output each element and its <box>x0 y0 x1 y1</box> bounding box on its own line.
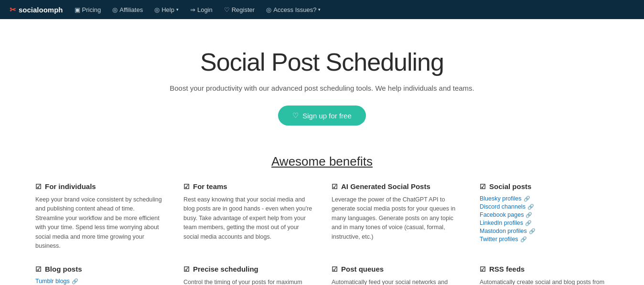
bluesky-label: Bluesky profiles <box>480 195 522 202</box>
benefit-individuals: ☑ For individuals Keep your brand voice … <box>35 182 164 251</box>
benefit-ai-posts: ☑ AI Generated Social Posts Leverage the… <box>332 182 461 251</box>
link-mastodon[interactable]: Mastodon profiles 🔗 <box>480 228 609 234</box>
logo[interactable]: ✂ socialoomph <box>10 5 63 14</box>
link-tumblr[interactable]: Tumblr blogs 🔗 <box>35 278 164 285</box>
register-icon: ♡ <box>224 6 230 13</box>
benefit-rss-text: Automatically create social and blog pos… <box>480 278 609 285</box>
nav-register[interactable]: ♡ Register <box>219 0 259 19</box>
benefit-precise-scheduling: ☑ Precise scheduling Control the timing … <box>183 265 312 285</box>
benefit-precise-label: Precise scheduling <box>193 265 258 273</box>
help-dropdown-icon: ▾ <box>176 7 179 12</box>
link-bluesky[interactable]: Bluesky profiles 🔗 <box>480 195 609 202</box>
signup-label: Sign up for free <box>302 112 352 120</box>
mastodon-link-icon: 🔗 <box>529 228 536 234</box>
benefit-rss-heading: ☑ RSS feeds <box>480 265 609 273</box>
check-icon-individuals: ☑ <box>35 183 42 190</box>
benefit-queues-text: Automatically feed your social networks … <box>332 278 461 285</box>
nav-pricing-label: Pricing <box>82 6 101 13</box>
benefit-precise-heading: ☑ Precise scheduling <box>183 265 312 273</box>
check-icon-precise: ☑ <box>183 265 190 273</box>
benefits-section: Awesome benefits ☑ For individuals Keep … <box>16 145 628 285</box>
nav-affiliates[interactable]: ◎ Affiliates <box>107 0 148 19</box>
benefit-blog-posts: ☑ Blog posts Tumblr blogs 🔗 WordPress.co… <box>35 265 164 285</box>
benefit-social-posts-heading: ☑ Social posts <box>480 182 609 190</box>
linkedin-link-icon: 🔗 <box>525 220 532 226</box>
access-issues-icon: ◎ <box>266 6 271 13</box>
check-icon-rss: ☑ <box>480 265 486 273</box>
logo-icon: ✂ <box>10 5 16 14</box>
bluesky-link-icon: 🔗 <box>524 196 530 202</box>
link-discord[interactable]: Discord channels 🔗 <box>480 203 609 210</box>
hero-subtitle: Boost your productivity with our advance… <box>10 84 634 92</box>
check-icon-ai: ☑ <box>332 183 338 190</box>
discord-link-icon: 🔗 <box>527 204 534 210</box>
discord-label: Discord channels <box>480 203 526 210</box>
tumblr-label: Tumblr blogs <box>35 278 70 285</box>
signup-button[interactable]: ♡ Sign up for free <box>278 106 366 126</box>
benefit-teams-heading: ☑ For teams <box>183 182 312 190</box>
nav-login-label: Login <box>197 6 213 13</box>
check-icon-queues: ☑ <box>332 265 338 273</box>
benefit-individuals-label: For individuals <box>45 182 96 190</box>
link-twitter[interactable]: Twitter profiles 🔗 <box>480 236 609 243</box>
benefit-rss-feeds: ☑ RSS feeds Automatically create social … <box>480 265 609 285</box>
nav-access-issues-label: Access Issues? <box>273 6 316 13</box>
benefit-teams-label: For teams <box>193 182 227 190</box>
nav-access-issues[interactable]: ◎ Access Issues? ▾ <box>261 0 325 19</box>
tumblr-link-icon: 🔗 <box>72 278 78 285</box>
nav-login[interactable]: ⇒ Login <box>185 0 217 19</box>
link-facebook[interactable]: Facebook pages 🔗 <box>480 211 609 218</box>
benefit-social-posts: ☑ Social posts Bluesky profiles 🔗 Discor… <box>480 182 609 251</box>
nav-register-label: Register <box>232 6 255 13</box>
benefit-individuals-heading: ☑ For individuals <box>35 182 164 190</box>
logo-text: socialoomph <box>19 6 63 14</box>
benefit-blog-heading: ☑ Blog posts <box>35 265 164 273</box>
benefit-queues-heading: ☑ Post queues <box>332 265 461 273</box>
benefits-title: Awesome benefits <box>35 154 609 169</box>
social-posts-links: Bluesky profiles 🔗 Discord channels 🔗 Fa… <box>480 195 609 243</box>
blog-posts-links: Tumblr blogs 🔗 WordPress.com blogs 🔗 Wor… <box>35 278 164 285</box>
benefit-social-label: Social posts <box>489 182 531 190</box>
benefit-precise-text: Control the timing of your posts for max… <box>183 278 312 285</box>
benefit-teams-text: Rest easy knowing that your social media… <box>183 195 312 242</box>
benefits-grid: ☑ For individuals Keep your brand voice … <box>35 182 609 285</box>
access-dropdown-icon: ▾ <box>318 7 321 12</box>
benefit-queues-label: Post queues <box>341 265 384 273</box>
benefit-ai-text: Leverage the power of the ChatGPT API to… <box>332 195 461 242</box>
facebook-link-icon: 🔗 <box>526 212 532 218</box>
facebook-label: Facebook pages <box>480 211 524 218</box>
check-icon-social: ☑ <box>480 183 486 190</box>
navbar: ✂ socialoomph ▣ Pricing ◎ Affiliates ◎ H… <box>0 0 644 19</box>
benefit-post-queues: ☑ Post queues Automatically feed your so… <box>332 265 461 285</box>
nav-help[interactable]: ◎ Help ▾ <box>150 0 183 19</box>
check-icon-teams: ☑ <box>183 183 190 190</box>
pricing-icon: ▣ <box>75 6 80 13</box>
twitter-label: Twitter profiles <box>480 236 518 243</box>
affiliates-icon: ◎ <box>112 6 118 13</box>
benefit-teams: ☑ For teams Rest easy knowing that your … <box>183 182 312 251</box>
benefit-blog-label: Blog posts <box>45 265 82 273</box>
benefit-rss-label: RSS feeds <box>489 265 525 273</box>
benefit-individuals-text: Keep your brand voice consistent by sche… <box>35 195 164 251</box>
signup-heart-icon: ♡ <box>292 111 299 120</box>
hero-section: Social Post Scheduling Boost your produc… <box>0 19 644 145</box>
check-icon-blog: ☑ <box>35 265 42 273</box>
mastodon-label: Mastodon profiles <box>480 228 527 234</box>
benefit-ai-label: AI Generated Social Posts <box>341 182 430 190</box>
nav-pricing[interactable]: ▣ Pricing <box>70 0 106 19</box>
hero-title: Social Post Scheduling <box>10 48 634 76</box>
benefit-ai-heading: ☑ AI Generated Social Posts <box>332 182 461 190</box>
login-icon: ⇒ <box>190 6 195 13</box>
nav-help-label: Help <box>161 6 174 13</box>
twitter-link-icon: 🔗 <box>520 236 527 243</box>
linkedin-label: LinkedIn profiles <box>480 220 523 226</box>
nav-affiliates-label: Affiliates <box>119 6 143 13</box>
help-icon: ◎ <box>154 6 160 13</box>
link-linkedin[interactable]: LinkedIn profiles 🔗 <box>480 220 609 226</box>
